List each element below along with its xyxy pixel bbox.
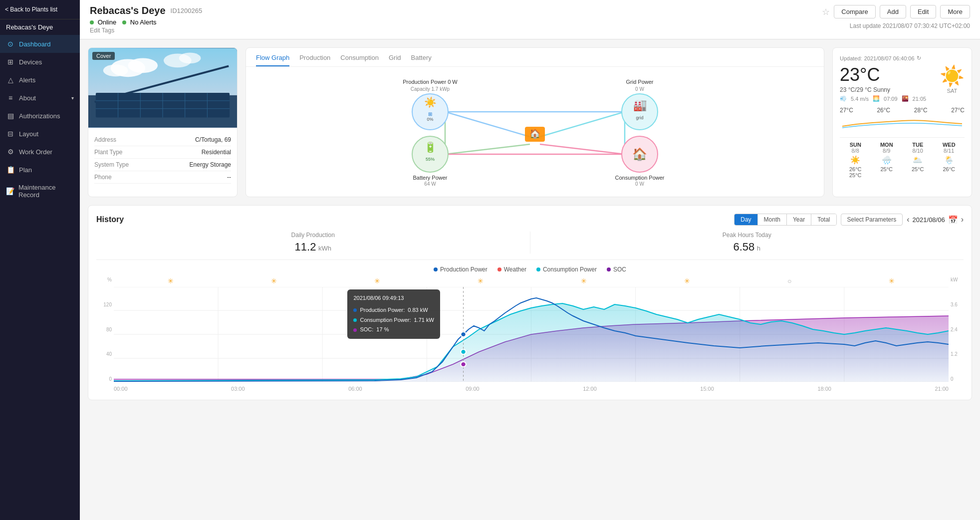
svg-point-61 [461, 362, 466, 367]
refresh-icon[interactable]: ↻ [917, 55, 921, 61]
sidebar-item-workorder[interactable]: ⚙ Work Order [0, 143, 80, 161]
online-dot [90, 20, 94, 24]
favorite-button[interactable]: ☆ [822, 6, 830, 17]
hourly-temp-3: 27°C [951, 107, 965, 114]
chart-svg-container: 2021/08/06 09:49:13 Production Power: 0.… [114, 287, 949, 384]
sidebar-item-label: Layout [19, 130, 38, 138]
svg-point-5 [179, 52, 201, 63]
svg-point-3 [103, 64, 128, 76]
sidebar-nav: ⊙ Dashboard ⊞ Devices △ Alerts ≡ About ▾… [0, 35, 80, 520]
header-left: Rebacas's Deye ID1200265 Online No Alert… [90, 5, 202, 34]
sun-icon-3: ✳ [374, 277, 380, 285]
flow-graph-card: Flow Graph Production Consumption Grid B… [245, 47, 824, 197]
hourly-temp-1: 26°C [877, 107, 890, 114]
plant-details: Address C/Tortuga, 69 Plant Type Residen… [88, 128, 237, 190]
plant-type-value: Residential [202, 149, 231, 156]
back-to-plants[interactable]: < Back to Plants list [0, 0, 80, 19]
dashboard-body: Cover Address C/Tortuga, 69 Plant Type R… [80, 39, 980, 520]
tab-month[interactable]: Month [758, 214, 787, 225]
x-label-0: 00:00 [114, 386, 128, 392]
chart-wrapper: % 120 80 40 0 ✳ ✳ ✳ ✳ ✳ ✳ [96, 277, 964, 392]
forecast-mon: MON 8/9 🌧️ 25°C [871, 142, 903, 178]
hourly-temps: 27°C 26°C 28°C 27°C [840, 107, 965, 114]
flow-diagram-svg: ☀️ ⊞ 0% 🏭 grid 🔋 55% 🏠 [251, 72, 819, 187]
sidebar-item-devices[interactable]: ⊞ Devices [0, 53, 80, 71]
about-icon: ≡ [6, 94, 15, 102]
y-axis-right: kW 3.6 2.4 1.2 0 [949, 277, 964, 392]
more-button[interactable]: More [940, 5, 970, 18]
svg-text:⊞: ⊞ [428, 111, 432, 117]
alerts-status: No Alerts [122, 18, 156, 26]
tab-day[interactable]: Day [735, 214, 757, 225]
legend-weather: Weather [497, 266, 526, 273]
sidebar-item-about[interactable]: ≡ About ▾ [0, 89, 80, 107]
forecast-tue: TUE 8/10 🌥️ 25°C [902, 142, 934, 178]
weather-desc: 23 °C/29 °C Sunny [840, 86, 926, 93]
peak-hours-label: Peak Hours Today [530, 232, 964, 239]
system-type-label: System Type [94, 161, 129, 168]
sidebar-item-alerts[interactable]: △ Alerts [0, 71, 80, 89]
forecast-wed: WED 8/11 🌦️ 26°C [934, 142, 965, 178]
plant-type-label: Plant Type [94, 149, 122, 156]
sidebar-item-dashboard[interactable]: ⊙ Dashboard [0, 35, 80, 53]
history-section: History Day Month Year Total Select Para… [88, 205, 972, 400]
sidebar-item-label: Devices [19, 58, 42, 66]
sidebar-item-label: Dashboard [19, 40, 51, 48]
weather-temp: 23°C [840, 64, 926, 85]
top-section: Cover Address C/Tortuga, 69 Plant Type R… [88, 47, 972, 197]
svg-line-16 [445, 112, 530, 137]
layout-icon: ⊟ [6, 130, 15, 138]
daily-production-stat: Daily Production 11.2 kWh [96, 232, 530, 254]
next-date-button[interactable]: › [961, 215, 964, 224]
tab-year[interactable]: Year [787, 214, 811, 225]
tab-production[interactable]: Production [299, 54, 330, 66]
hourly-temp-0: 27°C [840, 107, 853, 114]
sidebar-item-layout[interactable]: ⊟ Layout [0, 125, 80, 143]
sun-icon-7: ○ [787, 277, 791, 285]
date-navigator: ‹ 2021/08/06 📅 › [907, 215, 964, 225]
main-content: Rebacas's Deye ID1200265 Online No Alert… [80, 0, 980, 520]
plant-id: ID1200265 [171, 7, 203, 14]
svg-text:55%: 55% [426, 157, 435, 162]
tab-flow-graph[interactable]: Flow Graph [256, 54, 289, 66]
svg-text:0 W: 0 W [635, 86, 644, 92]
tab-consumption[interactable]: Consumption [340, 54, 379, 66]
address-row: Address C/Tortuga, 69 [94, 134, 231, 146]
sidebar-item-maintenance[interactable]: 📝 Maintenance Record [0, 179, 80, 204]
prev-date-button[interactable]: ‹ [907, 215, 909, 224]
alerts-icon: △ [6, 76, 15, 84]
compare-button[interactable]: Compare [834, 5, 875, 18]
sidebar-item-plan[interactable]: 📋 Plan [0, 161, 80, 179]
sidebar-item-authorizations[interactable]: ▤ Authorizations [0, 107, 80, 125]
edit-tags[interactable]: Edit Tags [90, 27, 202, 34]
svg-text:🔋: 🔋 [424, 141, 437, 153]
tab-total[interactable]: Total [811, 214, 836, 225]
phone-label: Phone [94, 174, 112, 181]
address-label: Address [94, 136, 116, 143]
add-button[interactable]: Add [880, 5, 906, 18]
x-label-3: 09:00 [466, 386, 480, 392]
page-header: Rebacas's Deye ID1200265 Online No Alert… [80, 0, 980, 39]
svg-point-2 [128, 58, 158, 73]
svg-text:☀️: ☀️ [424, 96, 437, 108]
production-legend-dot [434, 267, 438, 271]
flow-content: ☀️ ⊞ 0% 🏭 grid 🔋 55% 🏠 [246, 67, 824, 197]
select-params-button[interactable]: Select Parameters [841, 214, 903, 226]
plant-info-card: Cover Address C/Tortuga, 69 Plant Type R… [88, 47, 238, 197]
svg-line-19 [540, 144, 625, 154]
sun-icon-4: ✳ [478, 277, 484, 285]
last-update: Last update 2021/08/07 07:30:42 UTC+02:0… [850, 22, 970, 29]
weather-legend-dot [497, 267, 501, 271]
status-bar: Online No Alerts [90, 18, 202, 26]
tab-battery[interactable]: Battery [411, 54, 432, 66]
svg-text:0 W: 0 W [635, 181, 644, 187]
x-label-6: 18:00 [817, 386, 831, 392]
edit-button[interactable]: Edit [910, 5, 936, 18]
address-value: C/Tortuga, 69 [195, 136, 231, 143]
weather-curve [840, 114, 965, 131]
daily-production-value: 11.2 kWh [96, 241, 530, 254]
tab-grid[interactable]: Grid [389, 54, 401, 66]
calendar-icon[interactable]: 📅 [948, 215, 958, 225]
devices-icon: ⊞ [6, 58, 15, 66]
sun-icon-5: ✳ [581, 277, 587, 285]
